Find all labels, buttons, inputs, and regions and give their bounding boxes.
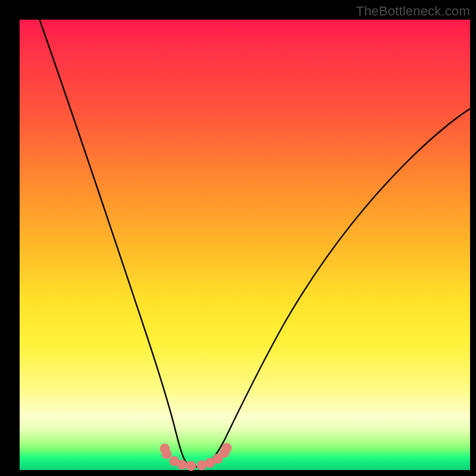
marker-dot bbox=[222, 443, 232, 453]
bottleneck-curve bbox=[20, 20, 470, 470]
marker-dot bbox=[177, 460, 187, 470]
curve-path bbox=[37, 14, 472, 467]
marker-dot bbox=[186, 461, 196, 471]
watermark-text: TheBottleneck.com bbox=[356, 4, 470, 19]
plot-area bbox=[20, 20, 470, 470]
marker-dot bbox=[162, 449, 172, 459]
chart-frame: TheBottleneck.com bbox=[0, 0, 476, 476]
